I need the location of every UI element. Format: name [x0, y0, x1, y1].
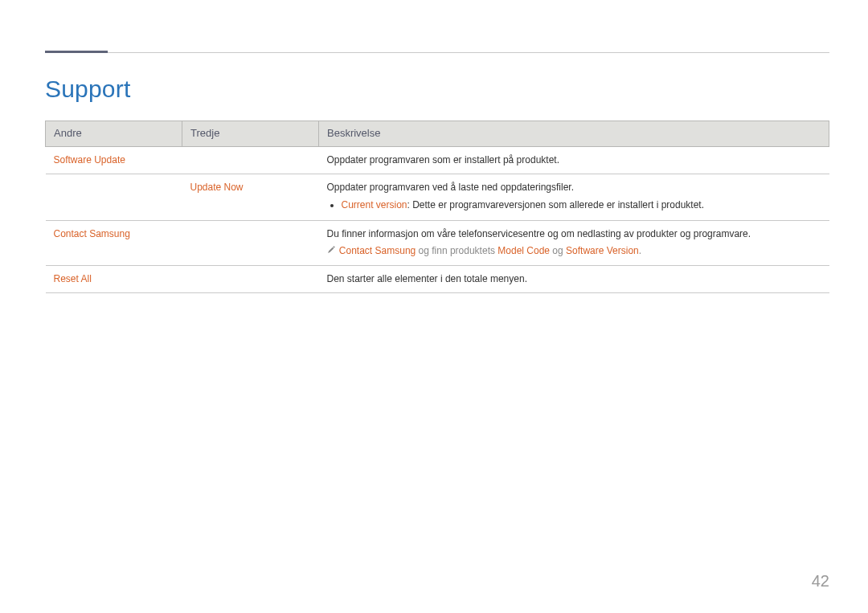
- section-title: Support: [45, 76, 829, 103]
- desc-contact-samsung: Du finner informasjon om våre telefonser…: [319, 221, 829, 266]
- desc-contact-samsung-line1: Du finner informasjon om våre telefonser…: [327, 228, 751, 239]
- note-text-3: .: [639, 245, 641, 256]
- menu-item-reset-all: Reset All: [54, 273, 92, 284]
- table-row: Software Update Oppdater programvaren so…: [46, 146, 829, 174]
- menu-item-update-now: Update Now: [190, 182, 244, 193]
- col-header-tredje: Tredje: [182, 121, 319, 147]
- note-text-1: og finn produktets: [416, 245, 497, 256]
- table-header-row: Andre Tredje Beskrivelse: [46, 121, 829, 147]
- pencil-icon: [327, 244, 335, 258]
- table-row: Contact Samsung Du finner informasjon om…: [46, 221, 829, 266]
- table-row: Update Now Oppdater programvaren ved å l…: [46, 174, 829, 221]
- support-table: Andre Tredje Beskrivelse Software Update…: [45, 121, 829, 293]
- note-software-version: Software Version: [566, 245, 639, 256]
- menu-item-software-update: Software Update: [54, 154, 125, 166]
- bullet-list: Current version: Dette er programvarever…: [327, 198, 821, 212]
- note-line: Contact Samsung og finn produktets Model…: [327, 244, 821, 258]
- desc-software-update: Oppdater programvaren som er installert …: [319, 146, 829, 174]
- desc-update-now-line1: Oppdater programvaren ved å laste ned op…: [327, 182, 575, 193]
- header-rule: [45, 45, 829, 53]
- desc-update-now: Oppdater programvaren ved å laste ned op…: [319, 174, 829, 221]
- page-number: 42: [812, 572, 829, 591]
- col-header-andre: Andre: [46, 121, 182, 147]
- menu-item-contact-samsung: Contact Samsung: [54, 228, 130, 239]
- note-text-2: og: [550, 245, 566, 256]
- note-model-code: Model Code: [497, 245, 550, 256]
- current-version-rest: : Dette er programvareversjonen som alle…: [407, 199, 705, 210]
- current-version-label: Current version: [342, 199, 407, 210]
- bullet-current-version: Current version: Dette er programvarever…: [342, 198, 821, 212]
- document-page: Support Andre Tredje Beskrivelse Softwar…: [0, 0, 868, 613]
- desc-reset-all: Den starter alle elementer i den totale …: [319, 265, 829, 292]
- note-contact-samsung: Contact Samsung: [339, 245, 416, 256]
- table-row: Reset All Den starter alle elementer i d…: [46, 265, 829, 292]
- rule-full-line: [45, 52, 829, 53]
- col-header-beskrivelse: Beskrivelse: [319, 121, 829, 147]
- rule-accent-bar: [45, 51, 108, 53]
